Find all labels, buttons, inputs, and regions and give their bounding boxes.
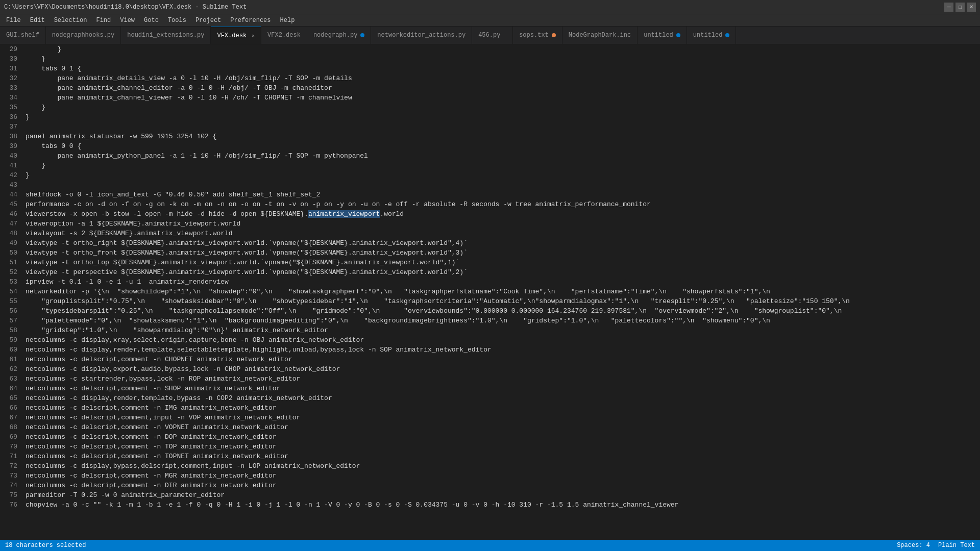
code-line: } bbox=[26, 112, 980, 122]
code-line: viewtype -t ortho_front ${DESKNAME}.anim… bbox=[26, 248, 980, 258]
line-number: 63 bbox=[6, 374, 17, 384]
line-number: 53 bbox=[6, 277, 17, 287]
maximize-button[interactable]: □ bbox=[955, 3, 965, 12]
tab-nodegraphhooks[interactable]: nodegraphhooks.py bbox=[46, 27, 121, 44]
menu-project[interactable]: Project bbox=[191, 16, 225, 25]
status-right: Spaces: 4 Plain Text bbox=[897, 542, 975, 549]
code-line: viewlayout -s 2 ${DESKNAME}.animatrix_vi… bbox=[26, 229, 980, 238]
code-line: tabs 0 1 { bbox=[26, 64, 980, 73]
code-line: netcolumns -c delscript,comment -n DIR a… bbox=[26, 481, 980, 490]
title-bar-controls: ─ □ ✕ bbox=[944, 3, 976, 12]
menu-view[interactable]: View bbox=[116, 16, 139, 25]
minimize-button[interactable]: ─ bbox=[944, 3, 953, 12]
editor-area: 2930313233343536373839404142434445464748… bbox=[0, 44, 980, 540]
code-line: viewtype -t perspective ${DESKNAME}.anim… bbox=[26, 267, 980, 277]
menu-help[interactable]: Help bbox=[276, 16, 299, 25]
code-line: performance -c on -d on -f on -g on -k o… bbox=[26, 199, 980, 209]
line-number: 72 bbox=[6, 461, 17, 471]
tab-gui-shelf[interactable]: GUI.shelf bbox=[0, 27, 46, 44]
line-number: 74 bbox=[6, 481, 17, 490]
menu-goto[interactable]: Goto bbox=[140, 16, 163, 25]
code-line: "gridstep":"1.0",\n "showparmdialog":"0"… bbox=[26, 325, 980, 335]
code-line: netcolumns -c startrender,bypass,lock -n… bbox=[26, 374, 980, 384]
code-line: netcolumns -c display,xray,select,origin… bbox=[26, 335, 980, 345]
tab-bar: GUI.shelf nodegraphhooks.py houdini_exte… bbox=[0, 27, 980, 44]
tab-close-icon[interactable]: ✕ bbox=[252, 33, 255, 39]
modified-dot-orange-icon bbox=[552, 33, 556, 37]
tab-nodegraphdark-inc[interactable]: NodeGraphDark.inc bbox=[562, 27, 638, 44]
close-button[interactable]: ✕ bbox=[967, 3, 976, 12]
line-number: 35 bbox=[6, 103, 17, 112]
line-number: 65 bbox=[6, 393, 17, 403]
tab-sops-txt[interactable]: sops.txt bbox=[513, 27, 562, 44]
menu-bar: File Edit Selection Find View Goto Tools… bbox=[0, 14, 980, 27]
line-number: 58 bbox=[6, 325, 17, 335]
code-line: "palettemode":"0",\n "showtasksmenu":"1"… bbox=[26, 316, 980, 325]
line-number: 44 bbox=[6, 190, 17, 199]
line-number: 57 bbox=[6, 316, 17, 325]
modified-dot-blue-icon bbox=[676, 33, 680, 37]
status-filetype: Plain Text bbox=[938, 542, 975, 549]
line-number: 54 bbox=[6, 287, 17, 296]
tab-untitled-2[interactable]: untitled bbox=[687, 27, 737, 44]
code-line: netcolumns -c display,render,template,se… bbox=[26, 345, 980, 355]
line-number: 39 bbox=[6, 141, 17, 151]
tab-untitled-1[interactable]: untitled bbox=[638, 27, 687, 44]
tab-vfx2-desk[interactable]: VFX2.desk bbox=[261, 27, 307, 44]
status-selection: 18 characters selected bbox=[5, 542, 86, 549]
line-number: 69 bbox=[6, 432, 17, 442]
code-area[interactable]: } } tabs 0 1 { pane animatrix_details_vi… bbox=[21, 44, 980, 510]
line-number: 59 bbox=[6, 335, 17, 345]
code-line: parmeditor -T 0.25 -w 0 animatrix_parame… bbox=[26, 490, 980, 500]
line-number: 66 bbox=[6, 403, 17, 413]
modified-dot-icon bbox=[360, 33, 364, 37]
line-number: 49 bbox=[6, 238, 17, 248]
line-number: 40 bbox=[6, 151, 17, 161]
line-number: 50 bbox=[6, 248, 17, 258]
menu-tools[interactable]: Tools bbox=[164, 16, 190, 25]
code-line: } bbox=[26, 103, 980, 112]
line-number: 36 bbox=[6, 112, 17, 122]
code-line: netcolumns -c delscript,comment -n MGR a… bbox=[26, 471, 980, 481]
code-line: iprview -t 0.1 -l 0 -e 1 -u 1 animatrix_… bbox=[26, 277, 980, 287]
title-bar-text: C:\Users\VFX\Documents\houdini18.0\deskt… bbox=[4, 4, 944, 11]
code-line: netcolumns -c delscript,comment -n VOPNE… bbox=[26, 422, 980, 432]
code-line: netcolumns -c delscript,comment -n SHOP … bbox=[26, 384, 980, 393]
code-line: tabs 0 0 { bbox=[26, 141, 980, 151]
status-bar: 18 characters selected Spaces: 4 Plain T… bbox=[0, 540, 980, 551]
line-number: 29 bbox=[6, 44, 17, 54]
code-line: } bbox=[26, 170, 980, 180]
menu-find[interactable]: Find bbox=[92, 16, 115, 25]
menu-preferences[interactable]: Preferences bbox=[226, 16, 275, 25]
line-number: 73 bbox=[6, 471, 17, 481]
menu-edit[interactable]: Edit bbox=[26, 16, 49, 25]
code-line bbox=[26, 122, 980, 132]
tab-456-py[interactable]: 456.py bbox=[472, 27, 513, 44]
line-numbers: 2930313233343536373839404142434445464748… bbox=[0, 44, 21, 540]
code-line: netcolumns -c display,export,audio,bypas… bbox=[26, 364, 980, 374]
code-line: netcolumns -c display,render,template,by… bbox=[26, 393, 980, 403]
code-line bbox=[26, 180, 980, 190]
tab-nodegraph-py[interactable]: nodegraph.py bbox=[307, 27, 371, 44]
code-line: pane animatrix_python_panel -a 1 -l 10 -… bbox=[26, 151, 980, 161]
line-number: 71 bbox=[6, 452, 17, 461]
tab-networkeditor-actions[interactable]: networkeditor_actions.py bbox=[371, 27, 472, 44]
line-number: 76 bbox=[6, 500, 17, 510]
tab-houdini-extensions[interactable]: houdini_extensions.py bbox=[121, 27, 211, 44]
menu-file[interactable]: File bbox=[2, 16, 25, 25]
line-number: 46 bbox=[6, 209, 17, 219]
code-line: netcolumns -c display,bypass,delscript,c… bbox=[26, 461, 980, 471]
line-number: 30 bbox=[6, 54, 17, 64]
line-number: 67 bbox=[6, 413, 17, 422]
line-number: 33 bbox=[6, 83, 17, 93]
code-line: netcolumns -c delscript,comment -n CHOPN… bbox=[26, 355, 980, 364]
status-left: 18 characters selected bbox=[5, 542, 86, 549]
line-number: 51 bbox=[6, 258, 17, 267]
line-number: 60 bbox=[6, 345, 17, 355]
menu-selection[interactable]: Selection bbox=[50, 16, 91, 25]
editor-wrapper[interactable]: } } tabs 0 1 { pane animatrix_details_vi… bbox=[21, 44, 980, 540]
code-line: "typesidebarsplit":"0.25",\n "taskgraphc… bbox=[26, 306, 980, 316]
line-number: 31 bbox=[6, 64, 17, 73]
code-line: viewtype -t ortho_right ${DESKNAME}.anim… bbox=[26, 238, 980, 248]
tab-vfx-desk[interactable]: VFX.desk✕ bbox=[211, 27, 261, 44]
